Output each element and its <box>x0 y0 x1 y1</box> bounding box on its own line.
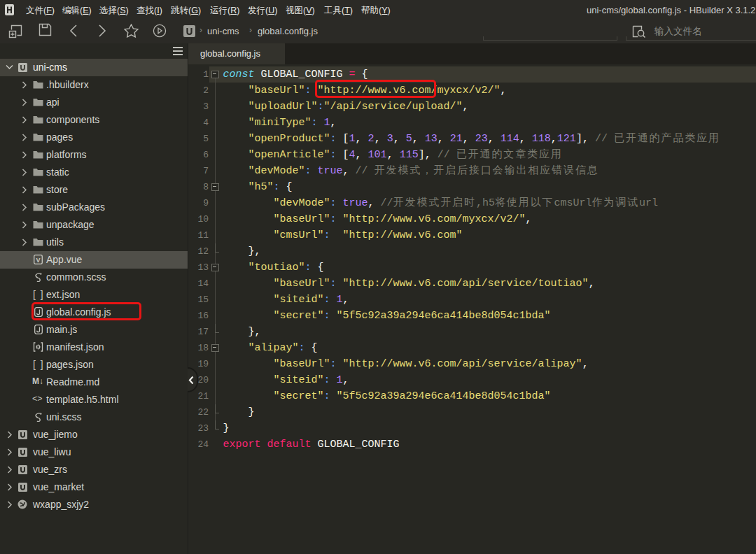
svg-text:V: V <box>36 257 40 264</box>
